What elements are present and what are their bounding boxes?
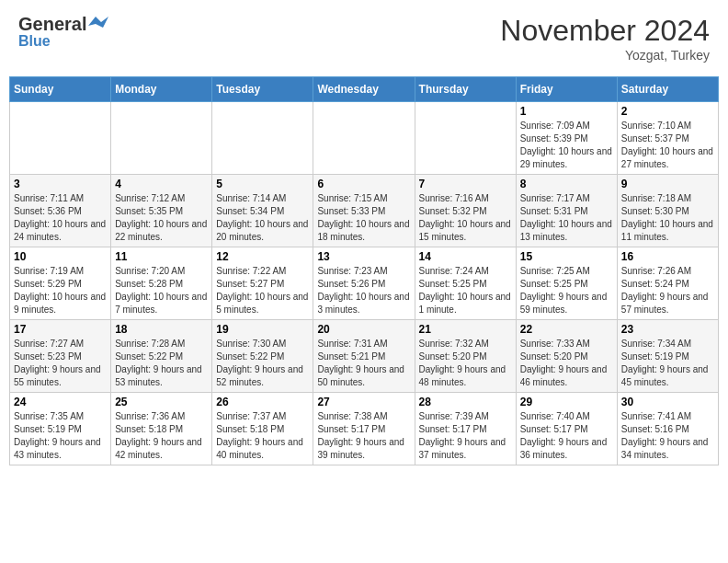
day-info: Sunrise: 7:23 AM Sunset: 5:26 PM Dayligh…: [317, 265, 410, 316]
day-number: 6: [317, 178, 410, 190]
col-header-saturday: Saturday: [617, 77, 718, 102]
logo-general-text: General: [18, 14, 86, 35]
calendar-week-row: 1Sunrise: 7:09 AM Sunset: 5:39 PM Daylig…: [10, 102, 719, 175]
day-info: Sunrise: 7:37 AM Sunset: 5:18 PM Dayligh…: [216, 410, 309, 462]
day-number: 13: [317, 250, 410, 263]
calendar-cell: 28Sunrise: 7:39 AM Sunset: 5:17 PM Dayli…: [415, 393, 516, 465]
col-header-monday: Monday: [111, 77, 212, 102]
day-number: 4: [115, 178, 208, 190]
calendar-cell: 30Sunrise: 7:41 AM Sunset: 5:16 PM Dayli…: [617, 393, 718, 465]
day-number: 23: [621, 323, 714, 336]
day-number: 27: [317, 396, 410, 408]
calendar-cell: [313, 102, 415, 175]
calendar-cell: 16Sunrise: 7:26 AM Sunset: 5:24 PM Dayli…: [617, 247, 718, 320]
calendar-cell: 14Sunrise: 7:24 AM Sunset: 5:25 PM Dayli…: [415, 247, 516, 320]
day-number: 18: [115, 323, 208, 336]
day-info: Sunrise: 7:27 AM Sunset: 5:23 PM Dayligh…: [14, 338, 107, 389]
calendar-cell: 26Sunrise: 7:37 AM Sunset: 5:18 PM Dayli…: [212, 393, 313, 465]
day-number: 5: [216, 178, 309, 190]
calendar-cell: 10Sunrise: 7:19 AM Sunset: 5:29 PM Dayli…: [10, 247, 111, 320]
calendar-cell: 22Sunrise: 7:33 AM Sunset: 5:20 PM Dayli…: [516, 320, 617, 393]
day-number: 14: [419, 250, 512, 263]
day-number: 10: [14, 250, 107, 263]
day-info: Sunrise: 7:35 AM Sunset: 5:19 PM Dayligh…: [14, 410, 107, 462]
col-header-friday: Friday: [516, 77, 617, 102]
day-info: Sunrise: 7:24 AM Sunset: 5:25 PM Dayligh…: [419, 265, 512, 316]
calendar-cell: 9Sunrise: 7:18 AM Sunset: 5:30 PM Daylig…: [617, 175, 718, 247]
calendar-cell: 8Sunrise: 7:17 AM Sunset: 5:31 PM Daylig…: [516, 175, 617, 247]
col-header-thursday: Thursday: [415, 77, 516, 102]
day-info: Sunrise: 7:39 AM Sunset: 5:17 PM Dayligh…: [419, 410, 512, 462]
day-info: Sunrise: 7:10 AM Sunset: 5:37 PM Dayligh…: [621, 120, 714, 171]
title-section: November 2024 Yozgat, Turkey: [500, 14, 710, 63]
day-number: 29: [520, 396, 613, 408]
day-info: Sunrise: 7:20 AM Sunset: 5:28 PM Dayligh…: [115, 265, 208, 316]
calendar-cell: 15Sunrise: 7:25 AM Sunset: 5:25 PM Dayli…: [516, 247, 617, 320]
day-number: 11: [115, 250, 208, 263]
calendar-cell: 3Sunrise: 7:11 AM Sunset: 5:36 PM Daylig…: [10, 175, 111, 247]
calendar-cell: 25Sunrise: 7:36 AM Sunset: 5:18 PM Dayli…: [111, 393, 212, 465]
day-info: Sunrise: 7:34 AM Sunset: 5:19 PM Dayligh…: [621, 338, 714, 389]
calendar-cell: 17Sunrise: 7:27 AM Sunset: 5:23 PM Dayli…: [10, 320, 111, 393]
calendar-week-row: 17Sunrise: 7:27 AM Sunset: 5:23 PM Dayli…: [10, 320, 719, 393]
calendar-cell: 2Sunrise: 7:10 AM Sunset: 5:37 PM Daylig…: [617, 102, 718, 175]
day-info: Sunrise: 7:38 AM Sunset: 5:17 PM Dayligh…: [317, 410, 410, 462]
calendar-cell: [212, 102, 313, 175]
day-number: 16: [621, 250, 714, 263]
day-info: Sunrise: 7:12 AM Sunset: 5:35 PM Dayligh…: [115, 192, 208, 244]
day-info: Sunrise: 7:11 AM Sunset: 5:36 PM Dayligh…: [14, 192, 107, 244]
calendar-cell: [415, 102, 516, 175]
calendar-cell: 20Sunrise: 7:31 AM Sunset: 5:21 PM Dayli…: [313, 320, 415, 393]
day-info: Sunrise: 7:14 AM Sunset: 5:34 PM Dayligh…: [216, 192, 309, 244]
calendar-cell: 27Sunrise: 7:38 AM Sunset: 5:17 PM Dayli…: [313, 393, 415, 465]
calendar-cell: 21Sunrise: 7:32 AM Sunset: 5:20 PM Dayli…: [415, 320, 516, 393]
calendar-cell: 11Sunrise: 7:20 AM Sunset: 5:28 PM Dayli…: [111, 247, 212, 320]
day-info: Sunrise: 7:33 AM Sunset: 5:20 PM Dayligh…: [520, 338, 613, 389]
calendar-cell: 6Sunrise: 7:15 AM Sunset: 5:33 PM Daylig…: [313, 175, 415, 247]
day-info: Sunrise: 7:30 AM Sunset: 5:22 PM Dayligh…: [216, 338, 309, 389]
day-info: Sunrise: 7:25 AM Sunset: 5:25 PM Dayligh…: [520, 265, 613, 316]
logo: General Blue: [18, 14, 108, 50]
month-title: November 2024: [500, 14, 710, 48]
day-number: 25: [115, 396, 208, 408]
day-info: Sunrise: 7:16 AM Sunset: 5:32 PM Dayligh…: [419, 192, 512, 244]
day-number: 12: [216, 250, 309, 263]
day-number: 22: [520, 323, 613, 336]
day-number: 8: [520, 178, 613, 190]
day-number: 7: [419, 178, 512, 190]
day-info: Sunrise: 7:22 AM Sunset: 5:27 PM Dayligh…: [216, 265, 309, 316]
day-number: 21: [419, 323, 512, 336]
day-number: 20: [317, 323, 410, 336]
day-info: Sunrise: 7:28 AM Sunset: 5:22 PM Dayligh…: [115, 338, 208, 389]
day-number: 3: [14, 178, 107, 190]
day-number: 2: [621, 105, 714, 118]
calendar-cell: 19Sunrise: 7:30 AM Sunset: 5:22 PM Dayli…: [212, 320, 313, 393]
day-info: Sunrise: 7:15 AM Sunset: 5:33 PM Dayligh…: [317, 192, 410, 244]
col-header-sunday: Sunday: [10, 77, 111, 102]
calendar-cell: 18Sunrise: 7:28 AM Sunset: 5:22 PM Dayli…: [111, 320, 212, 393]
day-info: Sunrise: 7:31 AM Sunset: 5:21 PM Dayligh…: [317, 338, 410, 389]
calendar-cell: 13Sunrise: 7:23 AM Sunset: 5:26 PM Dayli…: [313, 247, 415, 320]
calendar-cell: 29Sunrise: 7:40 AM Sunset: 5:17 PM Dayli…: [516, 393, 617, 465]
calendar-table: SundayMondayTuesdayWednesdayThursdayFrid…: [9, 76, 719, 465]
day-number: 26: [216, 396, 309, 408]
logo-bird-icon: [88, 17, 108, 33]
day-number: 24: [14, 396, 107, 408]
day-info: Sunrise: 7:19 AM Sunset: 5:29 PM Dayligh…: [14, 265, 107, 316]
day-info: Sunrise: 7:40 AM Sunset: 5:17 PM Dayligh…: [520, 410, 613, 462]
calendar-week-row: 10Sunrise: 7:19 AM Sunset: 5:29 PM Dayli…: [10, 247, 719, 320]
calendar-cell: 12Sunrise: 7:22 AM Sunset: 5:27 PM Dayli…: [212, 247, 313, 320]
day-number: 15: [520, 250, 613, 263]
day-number: 30: [621, 396, 714, 408]
calendar-cell: 4Sunrise: 7:12 AM Sunset: 5:35 PM Daylig…: [111, 175, 212, 247]
calendar-cell: [10, 102, 111, 175]
day-number: 1: [520, 105, 613, 118]
calendar-cell: 7Sunrise: 7:16 AM Sunset: 5:32 PM Daylig…: [415, 175, 516, 247]
calendar-cell: 23Sunrise: 7:34 AM Sunset: 5:19 PM Dayli…: [617, 320, 718, 393]
day-number: 9: [621, 178, 714, 190]
day-number: 17: [14, 323, 107, 336]
calendar-week-row: 24Sunrise: 7:35 AM Sunset: 5:19 PM Dayli…: [10, 393, 719, 465]
day-info: Sunrise: 7:09 AM Sunset: 5:39 PM Dayligh…: [520, 120, 613, 171]
day-info: Sunrise: 7:41 AM Sunset: 5:16 PM Dayligh…: [621, 410, 714, 462]
col-header-wednesday: Wednesday: [313, 77, 415, 102]
